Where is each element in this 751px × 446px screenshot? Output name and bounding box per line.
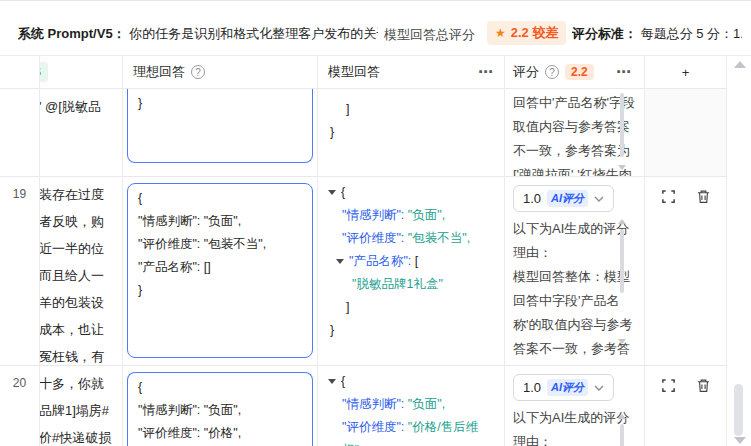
expand-row-button[interactable] <box>661 378 676 393</box>
scroll-up-icon[interactable] <box>618 414 626 419</box>
collapse-toggle-icon[interactable] <box>336 259 344 264</box>
ideal-answer-cell: { "情感判断": "负面", "评价维度": "价格", "产品名称": ["… <box>123 366 318 446</box>
row-actions-cell <box>645 177 727 365</box>
score-average-badge: 2.2 <box>565 64 594 80</box>
clipped-json-line: "弹弹拉面", "红烧牛肉面" <box>372 93 504 98</box>
help-icon[interactable]: ? <box>191 65 205 79</box>
add-column-button[interactable]: + <box>645 56 727 88</box>
review-text: ' @[脱敏品 <box>40 93 122 120</box>
ideal-answer-cell: { "情感判断": "负面", "评价维度": "包装不当", "产品名称": … <box>123 177 318 365</box>
system-prompt-preview: 你的任务是识别和格式化整理客户发布的关于“... <box>129 26 378 41</box>
fullscreen-icon <box>661 189 676 204</box>
row-number-cell: 20 <box>0 366 40 446</box>
prompt-summary-bar: 系统 Prompt/V5： 你的任务是识别和格式化整理客户发布的关于“... 模… <box>0 1 751 56</box>
total-score-badge: ★ 2.2 较差 <box>487 21 566 45</box>
criteria-text: 评分标准： 每题总分 5 分：1. ... <box>572 25 742 43</box>
score-select[interactable]: 1.0 AI评分 <box>513 185 614 212</box>
ideal-answer-editor[interactable]: } <box>127 89 313 163</box>
star-icon: ★ <box>495 26 506 40</box>
help-icon[interactable]: ? <box>545 65 559 79</box>
score-cell: 1.0 AI评分 以下为AI生成的评分 理由： <box>505 366 645 446</box>
ai-score-badge: AI评分 <box>547 190 588 207</box>
scroll-down-icon[interactable] <box>618 165 626 170</box>
total-score-value: 2.2 较差 <box>511 24 559 42</box>
score-column-title: 评分 <box>513 63 539 81</box>
scroll-down-icon[interactable] <box>618 339 626 344</box>
total-score-label: 模型回答总评分 <box>384 26 475 44</box>
chevron-down-icon <box>594 196 604 202</box>
cell-scrollbar-thumb[interactable] <box>620 424 624 446</box>
cell-scrollbar-thumb[interactable] <box>620 229 624 293</box>
more-icon[interactable]: ⋯ <box>478 63 504 81</box>
system-prompt-label: 系统 Prompt/V5： <box>18 26 126 41</box>
table-row-19: 19 装存在过度 者反映，购 近一半的位 而且给人一 羊的包装设 成本，也让 冤… <box>0 177 727 366</box>
table-row-18: ' @[脱敏品 } "弹弹拉面", "红烧牛肉面" ] } 回答中'产品名称'字… <box>0 89 727 177</box>
evaluation-table: S 理想回答 ? 模型回答 ⋯ 评分 ? 2.2 ⋯ + ' @[脱敏品 <box>0 56 727 446</box>
system-prompt-text: 系统 Prompt/V5： 你的任务是识别和格式化整理客户发布的关于“... <box>18 25 378 43</box>
score-cell: 1.0 AI评分 以下为AI生成的评分 理由： 模型回答整体：模型 回答中字段'… <box>505 177 645 365</box>
chevron-down-icon <box>594 385 604 391</box>
model-answer-cell: { "情感判断": "负面", "评价维度": "价格/售后维 权", <box>318 366 505 446</box>
more-icon[interactable]: ⋯ <box>616 63 644 81</box>
ideal-answer-editor[interactable]: { "情感判断": "负面", "评价维度": "价格", "产品名称": ["… <box>127 372 313 446</box>
model-json-line: } <box>330 121 504 144</box>
header-rownum-cell <box>0 56 40 88</box>
ideal-answer-cell: } <box>123 89 318 176</box>
expand-row-button[interactable] <box>661 189 676 204</box>
review-text-cell: 装存在过度 者反映，购 近一半的位 而且给人一 羊的包装设 成本，也让 冤枉钱，… <box>40 177 123 365</box>
table-row-20: 20 十多，你就 品牌1]塌房# 价#快递破损 量 { "情感判断": "负面"… <box>0 366 727 446</box>
trash-icon <box>696 378 711 393</box>
review-text-cell: 十多，你就 品牌1]塌房# 价#快递破损 量 <box>40 366 123 446</box>
score-select[interactable]: 1.0 AI评分 <box>513 374 614 401</box>
evaluation-app: 系统 Prompt/V5： 你的任务是识别和格式化整理客户发布的关于“... 模… <box>0 0 751 446</box>
collapse-toggle-icon[interactable] <box>328 379 336 384</box>
scrollbar-thumb[interactable] <box>734 384 743 436</box>
score-cell: 回答中'产品名称'字段 取值内容与参考答案 不一致，参考答案为 ['弹弹拉面',… <box>505 89 645 176</box>
ideal-json-line: } <box>138 92 302 115</box>
row-actions-cell <box>645 89 727 176</box>
model-answer-cell: { "情感判断": "负面", "评价维度": "包装不当", "产品名称": … <box>318 177 505 365</box>
header-ideal-cell: 理想回答 ? <box>123 56 318 88</box>
header-score-cell: 评分 ? 2.2 ⋯ <box>505 56 645 88</box>
row-number-cell: 19 <box>0 177 40 365</box>
row-actions-cell <box>645 366 727 446</box>
criteria-label: 评分标准： <box>572 26 637 41</box>
fullscreen-icon <box>661 378 676 393</box>
score-reason: 以下为AI生成的评分 理由： <box>513 406 636 446</box>
delete-row-button[interactable] <box>696 378 711 393</box>
model-json-line: ] <box>346 98 504 121</box>
model-answer-cell: "弹弹拉面", "红烧牛肉面" ] } <box>318 89 505 176</box>
cell-scrollbar-thumb[interactable] <box>620 93 624 157</box>
ideal-answer-editor[interactable]: { "情感判断": "负面", "评价维度": "包装不当", "产品名称": … <box>127 183 313 358</box>
header-model-cell: 模型回答 ⋯ <box>318 56 505 88</box>
table-header-row: S 理想回答 ? 模型回答 ⋯ 评分 ? 2.2 ⋯ + <box>0 56 727 89</box>
review-text-cell: ' @[脱敏品 <box>40 89 123 176</box>
model-column-title: 模型回答 <box>328 63 380 81</box>
column-tag: S <box>40 62 48 82</box>
header-review-cell: S <box>40 56 123 88</box>
criteria-preview: 每题总分 5 分：1. ... <box>641 26 742 41</box>
row-number-cell <box>0 89 40 176</box>
scroll-up-icon[interactable] <box>618 219 626 224</box>
ideal-column-title: 理想回答 <box>133 63 185 81</box>
collapse-toggle-icon[interactable] <box>328 190 336 195</box>
ai-score-badge: AI评分 <box>547 379 588 396</box>
delete-row-button[interactable] <box>696 189 711 204</box>
score-reason: 回答中'产品名称'字段 取值内容与参考答案 不一致，参考答案为 ['弹弹拉面',… <box>513 91 636 176</box>
trash-icon <box>696 189 711 204</box>
scroll-down-icon[interactable] <box>734 437 746 444</box>
scroll-up-icon[interactable] <box>734 61 746 68</box>
vertical-scrollbar <box>727 56 751 446</box>
